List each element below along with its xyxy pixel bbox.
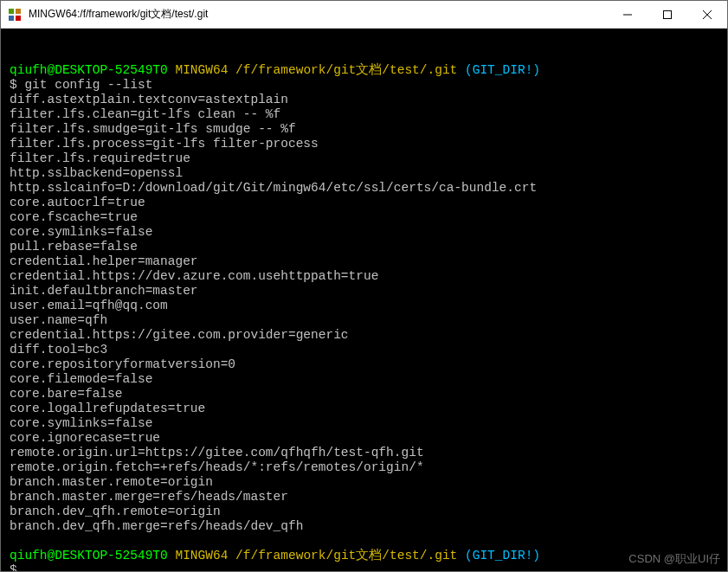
output-line: branch.dev_qfh.remote=origin bbox=[10, 505, 718, 519]
app-icon bbox=[8, 8, 22, 22]
output-line: core.fscache=true bbox=[10, 210, 718, 225]
output-line: http.sslbackend=openssl bbox=[10, 166, 718, 181]
command: git config --list bbox=[24, 78, 152, 92]
prompt-line-2: qiufh@DESKTOP-52549T0 MINGW64 /f/framewo… bbox=[10, 549, 718, 563]
output-line: pull.rebase=false bbox=[10, 240, 718, 254]
output-line: http.sslcainfo=D:/download/git/Git/mingw… bbox=[10, 181, 718, 196]
output-line: filter.lfs.clean=git-lfs clean -- %f bbox=[10, 107, 718, 122]
svg-rect-0 bbox=[9, 9, 14, 14]
prompt-user: qiufh@DESKTOP-52549T0 bbox=[10, 63, 168, 77]
prompt-path: /f/framework/git文档/test/.git bbox=[235, 549, 457, 562]
output-line: init.defaultbranch=master bbox=[10, 284, 718, 299]
output-line: core.autocrlf=true bbox=[10, 196, 718, 210]
svg-rect-1 bbox=[16, 9, 21, 14]
prompt-paren: (GIT_DIR!) bbox=[465, 63, 540, 77]
output-line: diff.astextplain.textconv=astextplain bbox=[10, 93, 718, 107]
prompt-env: MINGW64 bbox=[175, 549, 228, 562]
prompt-line-1: qiufh@DESKTOP-52549T0 MINGW64 /f/framewo… bbox=[10, 63, 718, 78]
output-line: credential.https://gitee.com.provider=ge… bbox=[10, 328, 718, 343]
output-line: filter.lfs.process=git-lfs filter-proces… bbox=[10, 137, 718, 151]
prompt-dollar-line: $ bbox=[10, 563, 718, 571]
output-line: user.email=qfh@qq.com bbox=[10, 299, 718, 313]
output-line: core.bare=false bbox=[10, 387, 718, 402]
output-line: core.ignorecase=true bbox=[10, 431, 718, 446]
prompt-path: /f/framework/git文档/test/.git bbox=[235, 63, 457, 77]
terminal-body[interactable]: qiufh@DESKTOP-52549T0 MINGW64 /f/framewo… bbox=[1, 29, 727, 571]
maximize-button[interactable] bbox=[647, 1, 687, 28]
output-line: core.repositoryformatversion=0 bbox=[10, 357, 718, 372]
output-line: core.logallrefupdates=true bbox=[10, 402, 718, 416]
blank-line bbox=[10, 534, 718, 549]
svg-rect-2 bbox=[9, 16, 14, 21]
svg-rect-3 bbox=[16, 16, 21, 21]
output-line: core.filemode=false bbox=[10, 372, 718, 387]
window-frame: MINGW64:/f/framework/git文档/test/.git qiu… bbox=[0, 0, 728, 572]
output-line: remote.origin.fetch=+refs/heads/*:refs/r… bbox=[10, 460, 718, 475]
prompt-paren: (GIT_DIR!) bbox=[465, 549, 540, 562]
output-line: diff.tool=bc3 bbox=[10, 343, 718, 357]
output-line: core.symlinks=false bbox=[10, 416, 718, 431]
output-line: filter.lfs.required=true bbox=[10, 151, 718, 166]
output-line: branch.dev_qfh.merge=refs/heads/dev_qfh bbox=[10, 519, 718, 534]
command-line: $ git config --list bbox=[10, 78, 718, 93]
prompt-env: MINGW64 bbox=[175, 63, 228, 77]
output-line: core.symlinks=false bbox=[10, 225, 718, 240]
output-line: credential.helper=manager bbox=[10, 254, 718, 269]
titlebar[interactable]: MINGW64:/f/framework/git文档/test/.git bbox=[1, 1, 727, 29]
window-controls bbox=[608, 1, 727, 28]
output-block: diff.astextplain.textconv=astextplainfil… bbox=[10, 93, 718, 534]
output-line: filter.lfs.smudge=git-lfs smudge -- %f bbox=[10, 122, 718, 137]
svg-rect-5 bbox=[664, 10, 672, 18]
output-line: credential.https://dev.azure.com.usehttp… bbox=[10, 269, 718, 284]
prompt-user: qiufh@DESKTOP-52549T0 bbox=[10, 549, 168, 562]
minimize-button[interactable] bbox=[608, 1, 647, 28]
prompt-dollar: $ bbox=[10, 78, 17, 92]
window-title: MINGW64:/f/framework/git文档/test/.git bbox=[29, 7, 608, 22]
output-line: remote.origin.url=https://gitee.com/qfhq… bbox=[10, 446, 718, 460]
output-line: branch.master.remote=origin bbox=[10, 475, 718, 490]
close-button[interactable] bbox=[687, 1, 727, 28]
output-line: user.name=qfh bbox=[10, 313, 718, 328]
prompt-dollar: $ bbox=[10, 563, 17, 571]
output-line: branch.master.merge=refs/heads/master bbox=[10, 490, 718, 505]
